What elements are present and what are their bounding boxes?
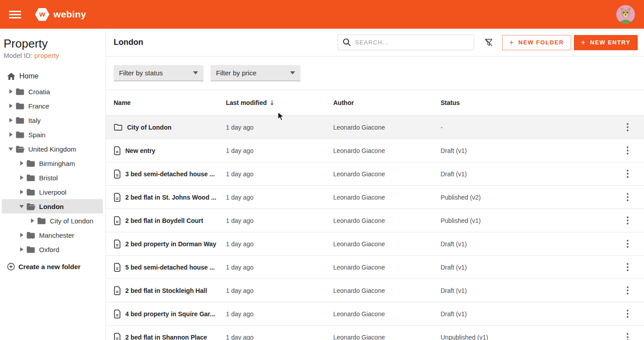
folder-closed-icon (26, 174, 35, 182)
folder-label: Italy (28, 117, 41, 124)
entry-author: Leonardo Giacone (333, 147, 441, 154)
entry-author: Leonardo Giacone (333, 194, 441, 201)
folder-closed-icon (26, 188, 35, 196)
folder-tree-item[interactable]: Spain (2, 127, 103, 142)
entry-modified: 1 day ago (226, 287, 333, 294)
row-actions-kebab-icon[interactable] (625, 238, 631, 250)
entry-name-cell[interactable]: 5 bed semi-detached house ... (114, 263, 226, 272)
user-avatar[interactable] (616, 5, 635, 24)
filter-by-status-label: Filter by status (119, 69, 163, 77)
folder-tree-item[interactable]: France (2, 99, 103, 113)
create-new-folder-button[interactable]: Create a new folder (0, 263, 106, 270)
caret-right-icon[interactable] (7, 104, 14, 108)
folder-tree-item[interactable]: London (2, 199, 103, 214)
caret-right-icon[interactable] (29, 218, 36, 223)
entry-name: 4 bed property in Squire Gar... (125, 310, 215, 318)
table-row[interactable]: 3 bed semi-detached house ... 1 day ago … (106, 162, 644, 186)
entry-author: Leonardo Giacone (333, 217, 441, 224)
row-actions-kebab-icon[interactable] (625, 168, 631, 180)
column-header-status[interactable]: Status (441, 99, 617, 106)
column-header-author[interactable]: Author (333, 99, 441, 106)
folder-label: Manchester (39, 231, 74, 239)
table-row[interactable]: New entry 1 day ago Leonardo Giacone Dra… (106, 139, 644, 162)
folder-label: Birmingham (39, 160, 75, 167)
row-actions-kebab-icon[interactable] (625, 331, 631, 340)
table-row[interactable]: 5 bed semi-detached house ... 1 day ago … (106, 256, 644, 279)
entry-name-cell[interactable]: 4 bed property in Squire Gar... (114, 309, 226, 318)
search-box[interactable] (338, 35, 474, 50)
table-row[interactable]: 2 bed property in Dorman Way 1 day ago L… (106, 232, 644, 256)
document-icon (114, 216, 121, 225)
folder-tree-item[interactable]: City of London (2, 214, 103, 228)
caret-down-icon[interactable] (18, 205, 25, 208)
folder-tree-item[interactable]: Birmingham (2, 156, 103, 170)
caret-right-icon[interactable] (18, 175, 25, 180)
folder-tree-item[interactable]: United Kingdom (2, 142, 103, 156)
row-actions-kebab-icon[interactable] (625, 191, 631, 203)
caret-right-icon[interactable] (7, 118, 14, 122)
folder-label: Croatia (28, 88, 50, 96)
table-row[interactable]: 2 bed flat in St. Johns Wood ... 1 day a… (106, 186, 644, 209)
column-header-last-modified[interactable]: Last modified↓ (226, 99, 333, 106)
search-input[interactable] (355, 39, 469, 46)
caret-right-icon[interactable] (7, 89, 14, 94)
new-entry-button[interactable]: + NEW ENTRY (574, 35, 638, 50)
row-actions-kebab-icon[interactable] (625, 284, 631, 296)
row-actions-kebab-icon[interactable] (625, 144, 631, 157)
entries-header: London + NEW FOLDER (106, 29, 644, 57)
new-folder-button[interactable]: + NEW FOLDER (502, 35, 571, 50)
sidebar-item-home[interactable]: Home (0, 69, 106, 83)
folder-tree-item[interactable]: Oxford (2, 242, 103, 257)
row-actions-kebab-icon[interactable] (625, 308, 631, 320)
row-actions-kebab-icon[interactable] (625, 121, 631, 133)
entry-status: Published (v1) (441, 217, 617, 224)
webiny-logo[interactable]: w webiny (35, 8, 86, 21)
folder-tree-item[interactable]: Croatia (2, 84, 103, 99)
table-row[interactable]: City of London 1 day ago Leonardo Giacon… (106, 116, 644, 139)
entry-status: Unpublished (v1) (441, 334, 617, 340)
create-new-folder-label: Create a new folder (18, 263, 80, 270)
entry-name-cell[interactable]: 2 bed flat in St. Johns Wood ... (114, 193, 226, 202)
entry-author: Leonardo Giacone (333, 124, 441, 131)
table-header-row: Name Last modified↓ Author Status (106, 90, 644, 116)
folder-tree-item[interactable]: Liverpool (2, 185, 103, 199)
entry-name-cell[interactable]: 2 bed property in Dorman Way (114, 240, 226, 248)
entry-modified: 1 day ago (226, 124, 333, 131)
document-icon (114, 193, 121, 202)
caret-right-icon[interactable] (18, 233, 25, 237)
folder-tree-item[interactable]: Italy (2, 113, 103, 127)
caret-down-icon[interactable] (7, 147, 14, 151)
folders-sidebar: Property Model ID: property Home (0, 29, 106, 340)
column-header-name[interactable]: Name (114, 99, 226, 106)
entry-status: Draft (v1) (441, 310, 617, 318)
entry-name-cell[interactable]: New entry (114, 146, 226, 155)
document-icon (114, 286, 121, 295)
folder-tree-item[interactable]: Bristol (2, 170, 103, 185)
model-id-value[interactable]: property (34, 52, 59, 59)
entry-name-cell[interactable]: City of London (114, 123, 226, 131)
filter-by-status-select[interactable]: Filter by status (114, 65, 203, 81)
entry-name-cell[interactable]: 2 bed flat in Stockleigh Hall (114, 286, 226, 295)
table-row[interactable]: 4 bed property in Squire Gar... 1 day ag… (106, 302, 644, 326)
folder-open-icon (26, 203, 35, 210)
row-actions-kebab-icon[interactable] (625, 214, 631, 227)
entry-name-cell[interactable]: 2 bed flat in Shannon Place (114, 333, 226, 340)
caret-right-icon[interactable] (18, 190, 25, 194)
caret-right-icon[interactable] (18, 161, 25, 166)
table-row[interactable]: 2 bed flat in Stockleigh Hall 1 day ago … (106, 279, 644, 302)
entry-modified: 1 day ago (226, 194, 333, 201)
sort-desc-icon[interactable]: ↓ (269, 99, 275, 106)
filter-off-button[interactable] (484, 38, 494, 48)
caret-right-icon[interactable] (18, 247, 25, 252)
table-row[interactable]: 2 bed flat in Boydell Court 1 day ago Le… (106, 209, 644, 232)
entry-name-cell[interactable]: 2 bed flat in Boydell Court (114, 216, 226, 225)
entry-name-cell[interactable]: 3 bed semi-detached house ... (114, 170, 226, 179)
caret-right-icon[interactable] (7, 132, 14, 137)
row-actions-kebab-icon[interactable] (625, 261, 631, 273)
menu-icon[interactable] (9, 11, 21, 18)
filter-by-price-select[interactable]: Filter by price (211, 65, 300, 81)
folder-label: London (39, 203, 64, 210)
table-row[interactable]: 2 bed flat in Shannon Place 1 day ago Le… (106, 326, 644, 340)
entry-modified: 1 day ago (226, 170, 333, 178)
folder-tree-item[interactable]: Manchester (2, 228, 103, 242)
